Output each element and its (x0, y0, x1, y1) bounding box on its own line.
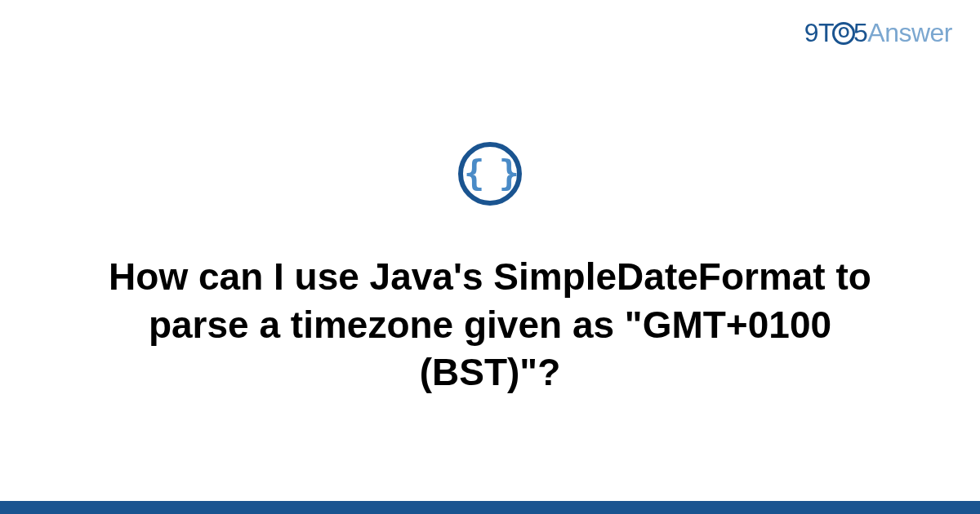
code-braces-icon: { } (464, 153, 516, 193)
topic-icon-circle: { } (458, 142, 522, 206)
question-title: How can I use Java's SimpleDateFormat to… (65, 253, 915, 397)
site-logo: 9TO5Answer (804, 18, 952, 48)
bottom-accent-bar (0, 501, 980, 514)
logo-text-5: 5 (853, 18, 867, 47)
logo-text-9t: 9T (804, 18, 834, 47)
logo-circle-o: O (832, 22, 855, 45)
logo-text-answer: Answer (867, 18, 952, 47)
main-content: { } How can I use Java's SimpleDateForma… (0, 0, 980, 514)
